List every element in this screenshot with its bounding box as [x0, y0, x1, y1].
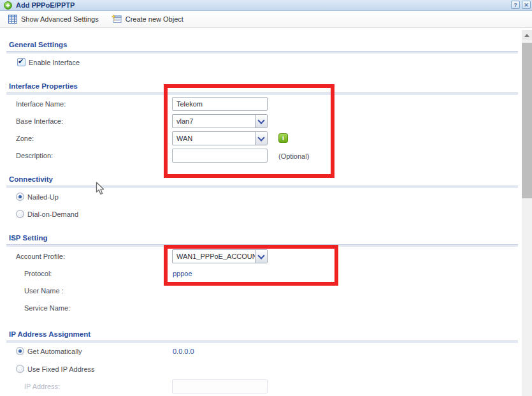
- account-profile-select[interactable]: WAN1_PPPoE_ACCOUN: [172, 249, 268, 263]
- dialog-toolbar: Show Advanced Settings Create new Object: [0, 11, 532, 28]
- section-heading-general-settings: General Settings: [9, 41, 67, 48]
- ip-address-label: IP Address:: [24, 383, 60, 390]
- account-profile-value: WAN1_PPPoE_ACCOUN: [173, 250, 255, 263]
- section-divider: [6, 244, 518, 247]
- get-automatically-label: Get Automatically: [27, 348, 82, 355]
- table-icon: [8, 15, 17, 24]
- enable-interface-label: Enable Interface: [29, 59, 80, 66]
- optional-label: (Optional): [278, 152, 309, 160]
- use-fixed-ip-radio[interactable]: [16, 365, 24, 373]
- interface-name-label: Interface Name:: [16, 100, 66, 108]
- section-heading-connectivity: Connectivity: [9, 175, 53, 183]
- nailed-up-label: Nailed-Up: [27, 193, 59, 201]
- zone-value: WAN: [173, 132, 255, 145]
- chevron-down-icon[interactable]: [255, 132, 267, 145]
- dial-on-demand-label: Dial-on-Demand: [27, 210, 78, 218]
- user-name-label: User Name :: [24, 287, 64, 295]
- base-interface-select[interactable]: vlan7: [172, 114, 268, 128]
- show-advanced-settings-label: Show Advanced Settings: [21, 15, 99, 23]
- create-new-object-button[interactable]: Create new Object: [108, 13, 187, 26]
- section-divider: [6, 186, 518, 188]
- section-heading-isp-setting: ISP Setting: [9, 234, 48, 242]
- scrollbar[interactable]: [522, 30, 532, 396]
- section-divider: [6, 92, 518, 95]
- ip-address-input: [172, 379, 268, 393]
- scroll-up-button[interactable]: [522, 30, 532, 40]
- base-interface-value: vlan7: [173, 115, 255, 128]
- dialog-title: Add PPPoE/PPTP: [16, 1, 75, 9]
- description-input[interactable]: [172, 149, 268, 163]
- arrow-up-icon: [524, 34, 529, 37]
- zone-label: Zone:: [16, 135, 34, 142]
- get-automatically-radio[interactable]: [16, 347, 24, 355]
- chevron-down-icon[interactable]: [255, 250, 267, 263]
- description-label: Description:: [16, 152, 53, 159]
- chevron-down-icon[interactable]: [255, 115, 267, 128]
- protocol-label: Protocol:: [24, 270, 52, 277]
- enable-interface-checkbox[interactable]: [17, 58, 25, 66]
- use-fixed-ip-label: Use Fixed IP Address: [27, 365, 95, 373]
- add-pppoe-pptp-dialog: Add PPPoE/PPTP ? ✕ Show Advanced Setting…: [0, 0, 532, 396]
- interface-name-input[interactable]: [172, 97, 268, 111]
- info-icon[interactable]: i: [278, 133, 288, 143]
- section-divider: [6, 341, 518, 343]
- account-profile-label: Account Profile:: [16, 253, 65, 260]
- help-button[interactable]: ?: [511, 1, 520, 9]
- auto-ip-value: 0.0.0.0: [173, 348, 194, 355]
- service-name-label: Service Name:: [24, 304, 70, 312]
- section-heading-ip-address-assignment: IP Address Assignment: [9, 330, 90, 338]
- close-button[interactable]: ✕: [522, 1, 531, 9]
- add-icon: [4, 1, 12, 10]
- nailed-up-radio[interactable]: [16, 193, 24, 201]
- dial-on-demand-radio[interactable]: [16, 210, 24, 218]
- zone-select[interactable]: WAN: [172, 131, 268, 145]
- base-interface-label: Base Interface:: [16, 117, 63, 125]
- protocol-value: pppoe: [173, 270, 192, 277]
- new-object-icon: [111, 15, 122, 24]
- section-divider: [6, 51, 518, 54]
- section-heading-interface-properties: Interface Properties: [9, 82, 78, 90]
- create-new-object-label: Create new Object: [126, 15, 183, 23]
- show-advanced-settings-button[interactable]: Show Advanced Settings: [4, 13, 103, 26]
- dialog-titlebar: Add PPPoE/PPTP ? ✕: [0, 0, 532, 11]
- mouse-cursor: [96, 182, 105, 196]
- scrollbar-thumb[interactable]: [522, 43, 532, 198]
